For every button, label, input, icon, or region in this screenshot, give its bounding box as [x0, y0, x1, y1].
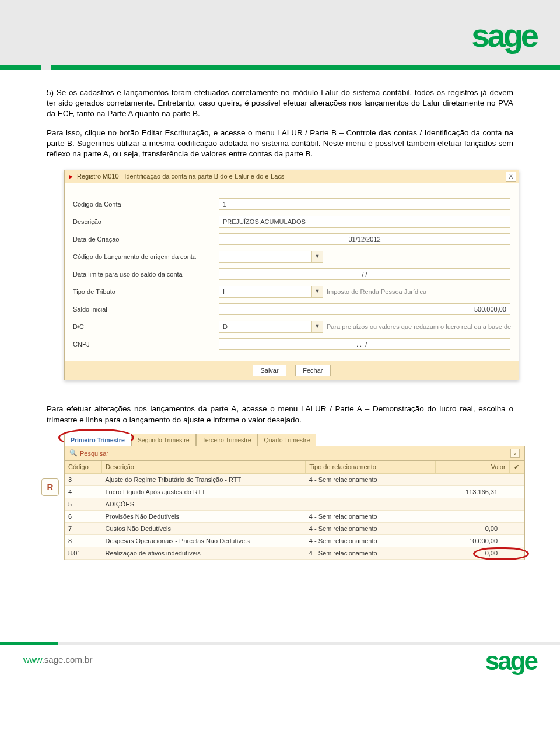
cell-codigo: 3	[65, 473, 102, 485]
cell-codigo: 5	[65, 498, 102, 510]
dropdown-icon[interactable]: ▼	[312, 286, 323, 298]
cell-codigo: 6	[65, 510, 102, 522]
cell-tipo: 4 - Sem relacionamento	[306, 473, 435, 485]
cell-descricao: Lucro Líquido Após ajustes do RTT	[102, 485, 306, 498]
cell-valor	[435, 498, 509, 510]
cell-tipo: 4 - Sem relacionamento	[306, 547, 435, 559]
paragraph-1: 5) Se os cadastros e lançamentos foram e…	[47, 88, 513, 120]
dialog-footer: Salvar Fechar	[65, 361, 519, 380]
registro-m010-dialog: ▸ Registro M010 - Identificação da conta…	[64, 170, 519, 380]
cell-valor: 113.166,31	[435, 485, 509, 498]
dc-input[interactable]	[219, 321, 312, 333]
table-row[interactable]: 8.01 Realização de ativos indedutíveis 4…	[65, 547, 524, 559]
cell-codigo: 7	[65, 522, 102, 534]
cell-tipo: 4 - Sem relacionamento	[306, 534, 435, 547]
data-criacao-label: Data de Criação	[73, 236, 219, 243]
table-row[interactable]: 4 Lucro Líquido Após ajustes do RTT 113.…	[65, 485, 524, 498]
expand-icon[interactable]: ⌄	[510, 449, 520, 458]
tab-segundo-trimestre[interactable]: Segundo Trimestre	[131, 434, 196, 446]
col-tipo[interactable]: Tipo de relacionamento	[306, 461, 435, 474]
pesquisar-bar[interactable]: 🔍 Pesquisar ⌄	[64, 446, 525, 461]
dc-description: Para prejuízos ou valores que reduzam o …	[327, 323, 511, 330]
table-row[interactable]: 8 Despesas Operacionais - Parcelas Não D…	[65, 534, 524, 547]
cell-codigo: 8	[65, 534, 102, 547]
cell-descricao: Provisões Não Dedutíveis	[102, 510, 306, 522]
close-dialog-button[interactable]: Fechar	[295, 365, 330, 376]
footer-url: www.sage.com.br	[23, 655, 92, 665]
tipo-tributo-input[interactable]	[219, 286, 312, 298]
cell-tipo: 4 - Sem relacionamento	[306, 510, 435, 522]
r-badge[interactable]: R	[41, 478, 59, 496]
pesquisar-label: Pesquisar	[80, 450, 108, 457]
codigo-conta-label: Código da Conta	[73, 201, 219, 208]
tab-quarto-trimestre[interactable]: Quarto Trimestre	[258, 434, 317, 446]
grid-container: R Código Descrição Tipo de relacionament…	[64, 461, 525, 560]
data-limite-label: Data limite para uso do saldo da conta	[73, 271, 219, 278]
cell-descricao: Despesas Operacionais - Parcelas Não Ded…	[102, 534, 306, 547]
table-row[interactable]: 6 Provisões Não Dedutíveis 4 - Sem relac…	[65, 510, 524, 522]
parte-a-screenshot: Primeiro Trimestre Segundo Trimestre Ter…	[64, 434, 525, 560]
header-notch	[41, 65, 51, 70]
page-content: 5) Se os cadastros e lançamentos foram e…	[0, 70, 560, 572]
page-footer: www.sage.com.br sage	[0, 642, 560, 683]
tipo-tributo-label: Tipo de Tributo	[73, 288, 219, 295]
cell-valor	[435, 473, 509, 485]
table-row[interactable]: 3 Ajuste do Regime Tributário de Transiç…	[65, 473, 524, 485]
footer-url-www: www	[23, 655, 42, 665]
cell-tipo	[306, 498, 435, 510]
cell-descricao: Ajuste do Regime Tributário de Transição…	[102, 473, 306, 485]
cnpj-label: CNPJ	[73, 341, 219, 348]
tab-primeiro-trimestre[interactable]: Primeiro Trimestre	[64, 434, 131, 446]
data-limite-input[interactable]	[219, 268, 510, 280]
col-valor[interactable]: Valor	[435, 461, 509, 474]
dialog-titlebar: ▸ Registro M010 - Identificação da conta…	[65, 170, 519, 183]
cod-lanc-origem-input[interactable]	[219, 251, 312, 263]
dropdown-icon[interactable]: ▼	[312, 251, 323, 263]
dialog-title-text: Registro M010 - Identificação da conta n…	[77, 173, 284, 180]
lalur-grid: Código Descrição Tipo de relacionamento …	[65, 461, 524, 560]
cell-descricao: Custos Não Dedutíveis	[102, 522, 306, 534]
cell-valor	[435, 510, 509, 522]
paragraph-3: Para efetuar alterações nos lançamentos …	[47, 404, 513, 425]
dc-label: D/C	[73, 323, 219, 330]
col-codigo[interactable]: Código	[65, 461, 102, 474]
cell-descricao: ADIÇÕES	[102, 498, 306, 510]
cnpj-input[interactable]	[219, 338, 510, 350]
cell-valor: 0,00	[435, 547, 509, 559]
close-button[interactable]: X	[506, 172, 516, 182]
brand-logo: sage	[471, 16, 537, 54]
data-criacao-input[interactable]	[219, 233, 510, 245]
trimestre-tabs: Primeiro Trimestre Segundo Trimestre Ter…	[64, 434, 525, 446]
descricao-input[interactable]	[219, 216, 510, 228]
page-header: sage	[0, 0, 560, 70]
codigo-conta-input[interactable]	[219, 198, 510, 210]
cell-valor: 10.000,00	[435, 534, 509, 547]
cod-lanc-origem-label: Código do Lançamento de origem da conta	[73, 253, 219, 260]
cell-tipo	[306, 485, 435, 498]
dropdown-icon[interactable]: ▼	[312, 321, 323, 333]
flag-icon: ▸	[69, 173, 73, 180]
descricao-label: Descrição	[73, 218, 219, 225]
footer-brand-logo: sage	[485, 646, 537, 676]
paragraph-2: Para isso, clique no botão Editar Escrit…	[47, 128, 513, 160]
cell-codigo: 8.01	[65, 547, 102, 559]
table-row[interactable]: 7 Custos Não Dedutíveis 4 - Sem relacion…	[65, 522, 524, 534]
saldo-inicial-input[interactable]	[219, 303, 510, 315]
search-icon: 🔍	[69, 449, 78, 457]
cell-descricao: Realização de ativos indedutíveis	[102, 547, 306, 559]
table-row[interactable]: 5 ADIÇÕES	[65, 498, 524, 510]
col-descricao[interactable]: Descrição	[102, 461, 306, 474]
col-check[interactable]: ✔	[509, 461, 524, 474]
tipo-tributo-description: Imposto de Renda Pessoa Jurídica	[327, 288, 426, 295]
footer-accent	[0, 642, 58, 645]
dialog-body: Código da Conta Descrição Data de Criaçã…	[65, 183, 519, 361]
saldo-inicial-label: Saldo inicial	[73, 306, 219, 313]
cell-codigo: 4	[65, 485, 102, 498]
footer-url-rest: .sage.com.br	[42, 655, 93, 665]
cell-tipo: 4 - Sem relacionamento	[306, 522, 435, 534]
cell-valor: 0,00	[435, 522, 509, 534]
tab-terceiro-trimestre[interactable]: Terceiro Trimestre	[196, 434, 258, 446]
save-button[interactable]: Salvar	[253, 365, 286, 376]
